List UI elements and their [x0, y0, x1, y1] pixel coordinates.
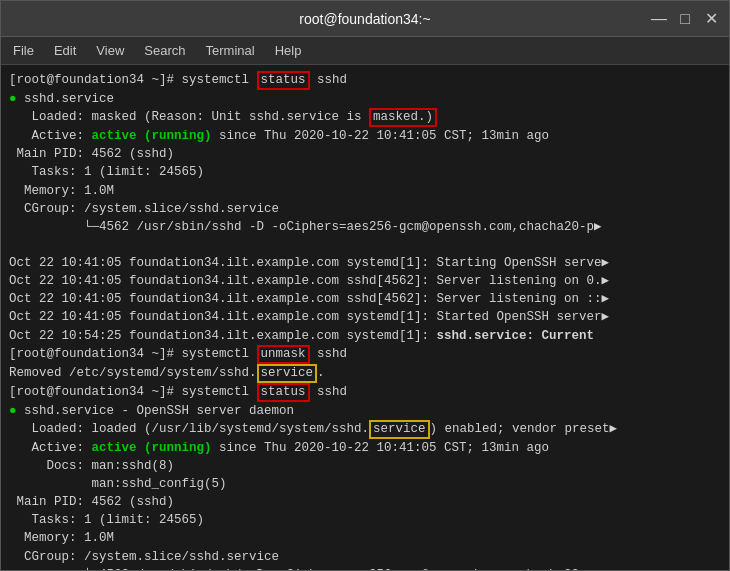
terminal-line: ● sshd.service — [9, 90, 721, 108]
terminal-window: root@foundation34:~ — □ ✕ File Edit View… — [0, 0, 730, 571]
terminal-line: [root@foundation34 ~]# systemctl status … — [9, 383, 721, 402]
terminal-line: └─4562 /usr/sbin/sshd -D -oCiphers=aes25… — [9, 218, 721, 236]
window-controls: — □ ✕ — [649, 9, 721, 28]
terminal-line: Main PID: 4562 (sshd) — [9, 493, 721, 511]
terminal-line: Oct 22 10:41:05 foundation34.ilt.example… — [9, 308, 721, 326]
terminal-line: Oct 22 10:41:05 foundation34.ilt.example… — [9, 272, 721, 290]
terminal-line: Active: active (running) since Thu 2020-… — [9, 439, 721, 457]
minimize-button[interactable]: — — [649, 10, 669, 28]
menu-view[interactable]: View — [88, 41, 132, 60]
menu-help[interactable]: Help — [267, 41, 310, 60]
terminal-line: [root@foundation34 ~]# systemctl status … — [9, 71, 721, 90]
terminal-line: Oct 22 10:41:05 foundation34.ilt.example… — [9, 254, 721, 272]
menu-edit[interactable]: Edit — [46, 41, 84, 60]
terminal-line: man:sshd_config(5) — [9, 475, 721, 493]
menu-terminal[interactable]: Terminal — [198, 41, 263, 60]
menubar: File Edit View Search Terminal Help — [1, 37, 729, 65]
terminal-line: Removed /etc/systemd/system/sshd.service… — [9, 364, 721, 383]
menu-search[interactable]: Search — [136, 41, 193, 60]
terminal-line: Memory: 1.0M — [9, 182, 721, 200]
terminal-line: Tasks: 1 (limit: 24565) — [9, 511, 721, 529]
window-title: root@foundation34:~ — [299, 11, 430, 27]
terminal-line: Oct 22 10:41:05 foundation34.ilt.example… — [9, 290, 721, 308]
terminal-line: └─4562 /usr/sbin/sshd -D -oCiphers=aes25… — [9, 566, 721, 570]
terminal-line: Loaded: masked (Reason: Unit sshd.servic… — [9, 108, 721, 127]
terminal-line: Memory: 1.0M — [9, 529, 721, 547]
terminal-line: Main PID: 4562 (sshd) — [9, 145, 721, 163]
terminal-line: Loaded: loaded (/usr/lib/systemd/system/… — [9, 420, 721, 439]
terminal-line: CGroup: /system.slice/sshd.service — [9, 200, 721, 218]
terminal-line: CGroup: /system.slice/sshd.service — [9, 548, 721, 566]
terminal-line: Oct 22 10:54:25 foundation34.ilt.example… — [9, 327, 721, 345]
close-button[interactable]: ✕ — [701, 9, 721, 28]
terminal-line: Active: active (running) since Thu 2020-… — [9, 127, 721, 145]
terminal-line: Docs: man:sshd(8) — [9, 457, 721, 475]
maximize-button[interactable]: □ — [675, 10, 695, 28]
titlebar: root@foundation34:~ — □ ✕ — [1, 1, 729, 37]
terminal-line: [root@foundation34 ~]# systemctl unmask … — [9, 345, 721, 364]
terminal-line: ● sshd.service - OpenSSH server daemon — [9, 402, 721, 420]
terminal-line: Tasks: 1 (limit: 24565) — [9, 163, 721, 181]
menu-file[interactable]: File — [5, 41, 42, 60]
terminal-line — [9, 236, 721, 254]
terminal-content[interactable]: [root@foundation34 ~]# systemctl status … — [1, 65, 729, 570]
